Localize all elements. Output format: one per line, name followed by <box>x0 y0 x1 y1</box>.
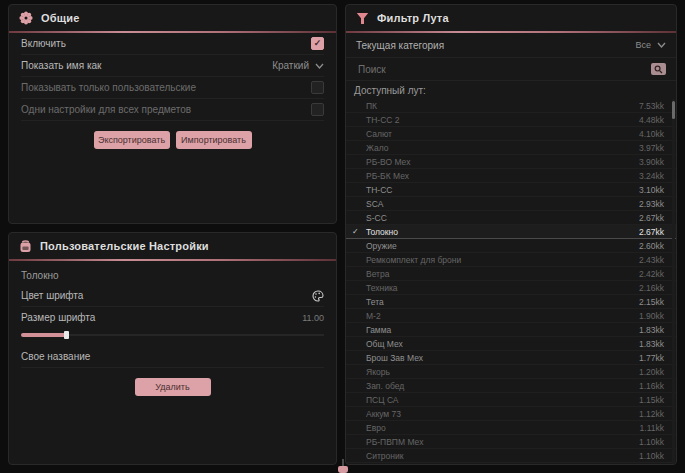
loot-item-row[interactable]: ТН-СС 2 4.48kk <box>346 113 676 127</box>
loot-item-name: РБ-БК Мех <box>366 171 409 181</box>
loot-item-value: 1.90kk <box>639 311 664 321</box>
loot-item-row[interactable]: ТН-СС 3.10kk <box>346 183 676 197</box>
loot-item-name: Ситроник <box>366 451 403 461</box>
loot-item-value: 2.15kk <box>639 297 664 307</box>
loot-item-row[interactable]: 0.2BTC 1.09kk <box>346 463 676 465</box>
loot-item-name: РБ-ВО Мех <box>366 157 410 167</box>
same-settings-checkbox[interactable]: ✓ <box>311 103 324 116</box>
custom-name-label: Свое название <box>21 351 90 362</box>
window-resize-grip[interactable] <box>338 466 348 473</box>
loot-item-name: S-CC <box>366 213 387 223</box>
scrollbar-thumb[interactable] <box>672 101 675 119</box>
loot-item-row[interactable]: Ветра 2.42kk <box>346 267 676 281</box>
loot-list-scrollbar[interactable] <box>672 99 675 465</box>
loot-item-row[interactable]: Гамма 1.83kk <box>346 323 676 337</box>
gear-flower-icon <box>19 11 33 25</box>
loot-item-name: Брош Зав Мех <box>366 353 423 363</box>
check-icon: ✓ <box>314 39 322 48</box>
loot-item-value: 3.24kk <box>639 171 664 181</box>
loot-item-value: 2.43kk <box>639 255 664 265</box>
loot-item-value: 2.67kk <box>639 213 664 223</box>
export-button[interactable]: Экспортировать <box>94 131 170 149</box>
name-display-select[interactable]: Краткий <box>272 60 324 71</box>
category-row: Текущая категория Все <box>346 33 676 58</box>
loot-item-row[interactable]: РБ-ПВПМ Мех 1.10kk <box>346 435 676 449</box>
name-display-label: Показать имя как <box>21 60 101 71</box>
category-label: Текущая категория <box>356 40 444 51</box>
loot-item-row[interactable]: М-2 1.90kk <box>346 309 676 323</box>
loot-item-name: Евро <box>366 423 386 433</box>
slider-thumb[interactable] <box>64 331 69 339</box>
loot-item-row[interactable]: Якорь 1.20kk <box>346 365 676 379</box>
loot-item-row[interactable]: Ситроник 1.10kk <box>346 449 676 463</box>
loot-item-row[interactable]: Брош Зав Мех 1.77kk <box>346 351 676 365</box>
enable-label: Включить <box>21 38 66 49</box>
loot-item-row[interactable]: ✓ Толокно 2.67kk <box>346 225 676 239</box>
loot-item-row[interactable]: Тета 2.15kk <box>346 295 676 309</box>
resize-grip-stem <box>342 459 344 466</box>
user-only-checkbox[interactable]: ✓ <box>311 81 324 94</box>
user-settings-panel: Пользовательские Настройки Толокно Цвет … <box>8 232 337 465</box>
user-settings-header: Пользовательские Настройки <box>9 233 336 259</box>
loot-item-value: 4.48kk <box>639 115 664 125</box>
loot-item-row[interactable]: Жало 3.97kk <box>346 141 676 155</box>
loot-item-value: 2.60kk <box>639 241 664 251</box>
loot-item-row[interactable]: Салют 4.10kk <box>346 127 676 141</box>
enable-checkbox[interactable]: ✓ <box>311 37 324 50</box>
palette-icon[interactable] <box>312 290 324 302</box>
loot-item-value: 1.15kk <box>639 395 664 405</box>
import-button[interactable]: Импортировать <box>176 131 252 149</box>
custom-name-input[interactable] <box>100 348 324 366</box>
loot-item-value: 3.10kk <box>639 185 664 195</box>
loot-item-row[interactable]: S-CC 2.67kk <box>346 211 676 225</box>
loot-item-value: 1.10kk <box>639 437 664 447</box>
loot-item-row[interactable]: Евро 1.11kk <box>346 421 676 435</box>
loot-item-row[interactable]: ПСЦ СА 1.15kk <box>346 393 676 407</box>
loot-item-name: Аккум 73 <box>366 409 401 419</box>
loot-item-row[interactable]: Оружие 2.60kk <box>346 239 676 253</box>
loot-item-row[interactable]: Техника 2.16kk <box>346 281 676 295</box>
general-panel-title: Общие <box>41 12 80 24</box>
loot-item-row[interactable]: Аккум 73 1.12kk <box>346 407 676 421</box>
loot-item-value: 3.90kk <box>639 157 664 167</box>
loot-item-name: Общ Мех <box>366 339 403 349</box>
font-size-slider[interactable] <box>21 330 324 340</box>
setting-row-user-only: Показывать только пользовательские ✓ <box>21 77 324 99</box>
loot-item-row[interactable]: ПК 7.53kk <box>346 99 676 113</box>
category-value: Все <box>635 40 651 50</box>
font-size-row: Размер шрифта 11.00 <box>21 307 324 328</box>
loot-item-row[interactable]: Ремкомплект для брони 2.43kk <box>346 253 676 267</box>
loot-item-name: М-2 <box>366 311 381 321</box>
loot-item-row[interactable]: Зап. обед 1.16kk <box>346 379 676 393</box>
loot-item-name: Салют <box>366 129 392 139</box>
loot-filter-panel: Фильтр Лута Текущая категория Все Доступ… <box>345 4 677 465</box>
backpack-icon <box>19 239 32 253</box>
delete-button[interactable]: Удалить <box>135 378 211 396</box>
loot-item-row[interactable]: РБ-БК Мех 3.24kk <box>346 169 676 183</box>
loot-item-value: 1.12kk <box>639 409 664 419</box>
loot-item-row[interactable]: РБ-ВО Мех 3.90kk <box>346 155 676 169</box>
loot-item-name: Техника <box>366 283 398 293</box>
loot-filter-title: Фильтр Лута <box>377 12 449 24</box>
loot-item-name: РБ-ПВПМ Мех <box>366 437 423 447</box>
search-input[interactable] <box>356 63 651 76</box>
loot-item-row[interactable]: SCA 2.93kk <box>346 197 676 211</box>
search-button[interactable] <box>651 63 666 75</box>
loot-item-name: ТН-СС 2 <box>366 115 400 125</box>
loot-item-value: 2.16kk <box>639 283 664 293</box>
chevron-down-icon <box>657 42 666 48</box>
loot-item-value: 4.10kk <box>639 129 664 139</box>
slider-fill <box>21 333 66 337</box>
setting-row-name-display: Показать имя как Краткий <box>21 55 324 77</box>
loot-item-name: ТН-СС <box>366 185 392 195</box>
loot-item-value: 1.77kk <box>639 353 664 363</box>
loot-item-row[interactable]: Общ Мех 1.83kk <box>346 337 676 351</box>
loot-list: ПК 7.53kk ТН-СС 2 4.48kk Салют 4.10kk Жа… <box>346 99 676 465</box>
loot-item-name: Жало <box>366 143 388 153</box>
setting-row-same-settings: Одни настройки для всех предметов ✓ <box>21 99 324 121</box>
category-select[interactable]: Все <box>635 40 666 50</box>
loot-item-value: 3.97kk <box>639 143 664 153</box>
loot-item-value: 1.83kk <box>639 339 664 349</box>
general-panel-header: Общие <box>9 5 336 31</box>
selected-check-icon: ✓ <box>352 225 359 238</box>
